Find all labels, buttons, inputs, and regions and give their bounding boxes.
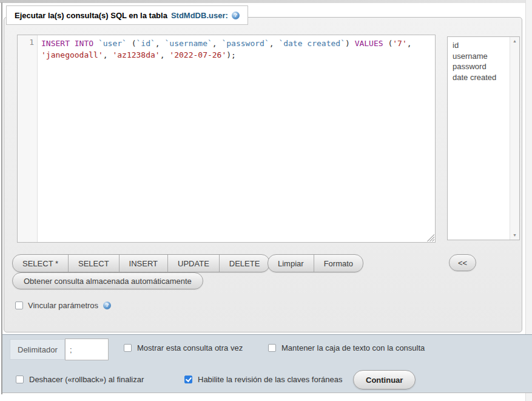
sql-token: (: [127, 39, 136, 48]
show-query-again-checkbox[interactable]: [124, 344, 132, 352]
get-auto-saved-query-button[interactable]: Obtener consulta almacenada automáticame…: [12, 272, 203, 289]
format-button[interactable]: Formato: [314, 255, 363, 272]
columns-list: id username password date created: [448, 37, 510, 240]
column-item[interactable]: username: [453, 51, 510, 62]
sql-token: ,: [407, 39, 417, 48]
fk-checks-row: Habilite la revisión de las claves forán…: [184, 375, 342, 384]
sql-token: `id`: [136, 39, 155, 48]
delete-button[interactable]: DELETE: [219, 255, 270, 272]
sql-token: ,: [103, 50, 113, 59]
rollback-label: Deshacer («rollback») al finalizar: [29, 375, 144, 384]
sql-token: );: [226, 50, 236, 59]
column-item[interactable]: id: [453, 40, 510, 51]
rollback-checkbox[interactable]: [16, 376, 24, 383]
fk-checks-label: Habilite la revisión de las claves forán…: [198, 375, 342, 384]
sql-editor[interactable]: 1 INSERT INTO `user` (`id`, `username`, …: [17, 35, 436, 243]
sql-token: 'az1238da': [112, 50, 160, 59]
help-icon[interactable]: ?: [103, 302, 111, 309]
sql-token: ): [345, 39, 355, 48]
fk-checks-checkbox[interactable]: [184, 376, 192, 383]
help-icon[interactable]: ?: [232, 12, 240, 19]
retain-query-box-checkbox[interactable]: [268, 344, 276, 352]
bind-parameters-row: Vincular parámetros ?: [15, 301, 111, 310]
sql-token: 'janegoodall': [41, 50, 103, 59]
sql-code-area[interactable]: INSERT INTO `user` (`id`, `username`, `p…: [38, 35, 435, 242]
table-name-link[interactable]: StdMdDB.user:: [171, 11, 228, 20]
show-query-again-row: Mostrar esta consulta otra vez: [124, 343, 243, 352]
sql-token: `date created`: [278, 39, 345, 48]
clear-button[interactable]: Limpiar: [268, 255, 314, 272]
sql-token: `password`: [221, 39, 269, 48]
delimiter-input[interactable]: [65, 339, 109, 360]
scroll-down-icon[interactable]: ▼: [510, 231, 519, 240]
line-number: 1: [29, 38, 34, 47]
page-title: Ejecutar la(s) consulta(s) SQL en la tab…: [6, 5, 248, 25]
show-query-again-label: Mostrar esta consulta otra vez: [137, 343, 243, 352]
bind-parameters-checkbox[interactable]: [15, 302, 23, 309]
clear-format-group: Limpiar Formato: [268, 254, 363, 272]
sql-token: '2022-07-26': [169, 50, 226, 59]
select-star-button[interactable]: SELECT *: [13, 255, 68, 272]
query-template-group: SELECT * SELECT INSERT UPDATE DELETE: [12, 254, 270, 272]
sql-token: (: [383, 39, 393, 48]
columns-scrollbar[interactable]: ▲ ▼: [510, 37, 519, 240]
editor-resize-grip[interactable]: [427, 234, 434, 241]
rollback-row: Deshacer («rollback») al finalizar: [16, 375, 144, 384]
insert-button[interactable]: INSERT: [119, 255, 167, 272]
query-options-footer: Delimitador Mostrar esta consulta otra v…: [2, 334, 532, 393]
sql-token: ,: [155, 39, 165, 48]
sql-token: `user`: [98, 39, 127, 48]
sql-token: VALUES: [355, 39, 383, 48]
sql-query-page: Ejecutar la(s) consulta(s) SQL en la tab…: [0, 0, 532, 401]
retain-query-box-row: Mantener la caja de texto con la consult…: [268, 343, 425, 352]
update-button[interactable]: UPDATE: [167, 255, 219, 272]
scroll-up-icon[interactable]: ▲: [510, 37, 519, 45]
select-button[interactable]: SELECT: [68, 255, 119, 272]
retain-query-box-label: Mantener la caja de texto con la consult…: [281, 343, 425, 352]
column-item[interactable]: password: [453, 61, 510, 72]
continue-button[interactable]: Continuar: [353, 370, 416, 389]
column-item[interactable]: date created: [453, 72, 510, 83]
sql-token: '7': [392, 39, 406, 48]
columns-list-box: id username password date created ▲ ▼: [447, 36, 520, 240]
sql-token: `username`: [165, 39, 212, 48]
sql-token: ,: [160, 50, 170, 59]
page-title-text: Ejecutar la(s) consulta(s) SQL en la tab…: [15, 11, 167, 20]
delimiter-label: Delimitador: [10, 339, 65, 360]
sql-token: ,: [212, 39, 222, 48]
top-divider: [0, 0, 532, 3]
line-number-gutter: 1: [18, 35, 38, 242]
sql-token: INSERT INTO: [41, 39, 98, 48]
sql-token: ,: [269, 39, 279, 48]
collapse-columns-button[interactable]: <<: [449, 254, 476, 271]
bind-parameters-label: Vincular parámetros: [28, 301, 98, 310]
